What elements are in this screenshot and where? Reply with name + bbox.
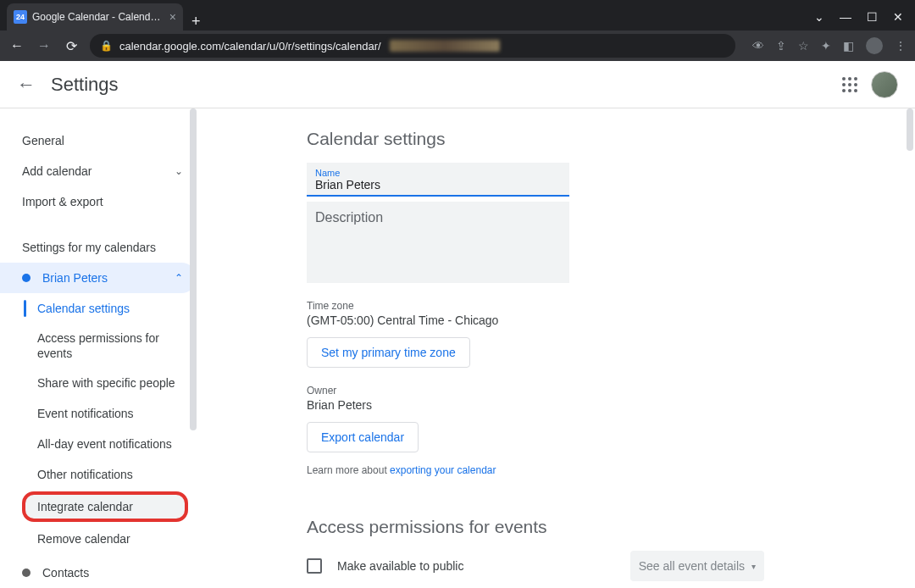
- tab-close-icon[interactable]: ×: [169, 10, 176, 24]
- account-avatar[interactable]: [871, 71, 898, 98]
- browser-tabbar: 24 Google Calendar - Calendar setti × + …: [0, 0, 915, 31]
- owner-value: Brian Peters: [307, 398, 881, 412]
- chevron-down-icon: ⌄: [175, 165, 183, 177]
- toolbar-icons: 👁 ⇪ ☆ ✦ ◧ ⋮: [752, 37, 907, 54]
- sidebar-item-add-calendar[interactable]: Add calendar ⌄: [0, 156, 197, 186]
- page-title: Settings: [51, 74, 119, 96]
- back-arrow-icon[interactable]: ←: [17, 74, 36, 96]
- sidebar-section-title: Settings for my calendars: [0, 232, 197, 263]
- timezone-value: (GMT-05:00) Central Time - Chicago: [307, 313, 881, 327]
- bookmark-star-icon[interactable]: ☆: [798, 39, 809, 53]
- make-public-checkbox[interactable]: [307, 558, 322, 574]
- name-field-label: Name: [315, 168, 561, 178]
- calendar-name: Brian Peters: [42, 271, 108, 285]
- eye-icon[interactable]: 👁: [752, 39, 764, 53]
- nav-forward-icon[interactable]: →: [36, 38, 53, 53]
- window-controls: ⌄ — ☐ ✕: [814, 3, 915, 31]
- window-dropdown-icon[interactable]: ⌄: [814, 10, 824, 24]
- description-placeholder: Description: [315, 210, 561, 225]
- sidebar-sub-allday-notifications[interactable]: All-day event notifications: [0, 429, 197, 459]
- app-header: ← Settings: [0, 61, 915, 108]
- visibility-dropdown[interactable]: See all event details ▾: [630, 551, 764, 581]
- export-calendar-button[interactable]: Export calendar: [307, 422, 419, 452]
- owner-label: Owner: [307, 385, 881, 397]
- window-close-icon[interactable]: ✕: [893, 10, 903, 24]
- calendar-name: Contacts: [42, 566, 89, 580]
- browser-chrome: 24 Google Calendar - Calendar setti × + …: [0, 0, 915, 61]
- share-icon[interactable]: ⇪: [776, 39, 786, 53]
- sidebar-item-import-export[interactable]: Import & export: [0, 186, 197, 217]
- calendar-description-input[interactable]: Description: [307, 202, 569, 283]
- nav-reload-icon[interactable]: ⟳: [63, 38, 80, 54]
- calendar-name-input[interactable]: Name Brian Peters: [307, 163, 569, 197]
- main-scrollbar[interactable]: [907, 108, 913, 151]
- new-tab-button[interactable]: +: [183, 13, 209, 31]
- sidebar-calendar-brian-peters[interactable]: Brian Peters ⌃: [0, 263, 197, 293]
- make-public-label: Make available to public: [337, 559, 630, 573]
- sidebar-item-label: Add calendar: [22, 164, 92, 178]
- url-redacted: [390, 40, 500, 52]
- sidebar-calendar-contacts[interactable]: Contacts: [0, 557, 197, 588]
- nav-back-icon[interactable]: ←: [8, 38, 25, 53]
- browser-menu-icon[interactable]: ⋮: [895, 39, 907, 53]
- sidebar-sub-remove-calendar[interactable]: Remove calendar: [0, 524, 197, 554]
- timezone-label: Time zone: [307, 300, 881, 312]
- sidebar-item-general[interactable]: General: [0, 125, 197, 156]
- sidebar-sub-access-permissions[interactable]: Access permissions for events: [0, 324, 197, 368]
- settings-sidebar: General Add calendar ⌄ Import & export S…: [0, 108, 197, 588]
- tab-title: Google Calendar - Calendar setti: [32, 11, 164, 23]
- window-maximize-icon[interactable]: ☐: [867, 10, 878, 24]
- sidebar-sub-other-notifications[interactable]: Other notifications: [0, 459, 197, 490]
- export-help-text: Learn more about exporting your calendar: [307, 464, 881, 476]
- section-heading-access-permissions: Access permissions for events: [307, 517, 881, 537]
- calendar-color-dot-icon: [22, 569, 30, 577]
- window-minimize-icon[interactable]: —: [840, 10, 851, 24]
- google-apps-icon[interactable]: [842, 77, 857, 92]
- main-content: Calendar settings Name Brian Peters Desc…: [197, 108, 915, 588]
- extensions-icon[interactable]: ✦: [821, 39, 831, 53]
- lock-icon: 🔒: [100, 40, 113, 52]
- help-text-prefix: Learn more about: [307, 464, 390, 476]
- exporting-calendar-link[interactable]: exporting your calendar: [390, 464, 496, 476]
- browser-tab[interactable]: 24 Google Calendar - Calendar setti ×: [7, 3, 183, 31]
- side-panel-icon[interactable]: ◧: [843, 39, 854, 53]
- chevron-down-icon: ▾: [751, 562, 756, 571]
- browser-profile-avatar[interactable]: [866, 37, 883, 54]
- url-text: calendar.google.com/calendar/u/0/r/setti…: [119, 40, 381, 53]
- section-heading-calendar-settings: Calendar settings: [307, 129, 881, 149]
- sidebar-sub-event-notifications[interactable]: Event notifications: [0, 398, 197, 429]
- browser-toolbar: ← → ⟳ 🔒 calendar.google.com/calendar/u/0…: [0, 31, 915, 61]
- dropdown-value: See all event details: [639, 559, 745, 573]
- name-field-value: Brian Peters: [315, 178, 561, 191]
- calendar-color-dot-icon: [22, 274, 30, 282]
- sidebar-sub-integrate-calendar[interactable]: Integrate calendar: [22, 491, 188, 522]
- chevron-up-icon: ⌃: [175, 272, 183, 284]
- set-primary-timezone-button[interactable]: Set my primary time zone: [307, 337, 470, 368]
- calendar-favicon-icon: 24: [14, 10, 27, 24]
- make-public-row: Make available to public See all event d…: [307, 551, 764, 581]
- address-bar[interactable]: 🔒 calendar.google.com/calendar/u/0/r/set…: [90, 34, 735, 58]
- sidebar-sub-share-specific[interactable]: Share with specific people: [0, 368, 197, 398]
- sidebar-sub-calendar-settings[interactable]: Calendar settings: [0, 293, 197, 324]
